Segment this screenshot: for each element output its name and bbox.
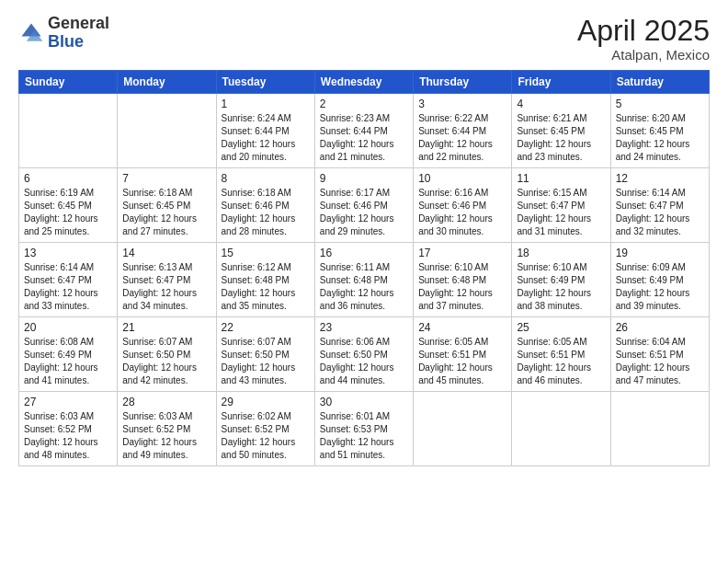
daylight-text: Daylight: 12 hours and 44 minutes. [320,362,408,387]
calendar-weekday: Wednesday [314,71,413,94]
day-info: Sunrise: 6:19 AMSunset: 6:45 PMDaylight:… [24,187,112,238]
day-info: Sunrise: 6:23 AMSunset: 6:44 PMDaylight:… [320,112,408,164]
day-info: Sunrise: 6:12 AMSunset: 6:48 PMDaylight:… [222,261,310,313]
sunset-text: Sunset: 6:47 PM [122,274,210,287]
calendar-week-row: 27Sunrise: 6:03 AMSunset: 6:52 PMDayligh… [19,392,710,466]
day-info: Sunrise: 6:18 AMSunset: 6:46 PMDaylight:… [222,187,310,238]
day-number: 8 [222,172,310,185]
calendar-cell: 22Sunrise: 6:07 AMSunset: 6:50 PMDayligh… [216,317,314,392]
day-info: Sunrise: 6:24 AMSunset: 6:44 PMDaylight:… [222,112,310,164]
day-number: 10 [418,172,506,185]
sunrise-text: Sunrise: 6:20 AM [616,112,704,125]
day-number: 6 [24,172,112,185]
sunset-text: Sunset: 6:51 PM [517,349,605,362]
day-info: Sunrise: 6:18 AMSunset: 6:45 PMDaylight:… [122,187,210,238]
day-info: Sunrise: 6:03 AMSunset: 6:52 PMDaylight:… [24,410,112,462]
calendar-cell: 19Sunrise: 6:09 AMSunset: 6:49 PMDayligh… [610,243,709,317]
calendar-cell: 28Sunrise: 6:03 AMSunset: 6:52 PMDayligh… [118,392,216,466]
day-info: Sunrise: 6:06 AMSunset: 6:50 PMDaylight:… [320,336,408,387]
sunrise-text: Sunrise: 6:24 AM [222,112,310,125]
calendar-cell: 12Sunrise: 6:14 AMSunset: 6:47 PMDayligh… [610,168,709,243]
day-number: 2 [320,98,408,110]
sunrise-text: Sunrise: 6:05 AM [418,336,506,349]
sunrise-text: Sunrise: 6:14 AM [616,187,704,200]
day-number: 19 [616,247,704,259]
calendar-cell: 6Sunrise: 6:19 AMSunset: 6:45 PMDaylight… [19,168,118,243]
day-info: Sunrise: 6:13 AMSunset: 6:47 PMDaylight:… [122,261,210,313]
sunset-text: Sunset: 6:47 PM [517,200,605,213]
sunrise-text: Sunrise: 6:19 AM [24,187,112,200]
day-number: 28 [122,396,210,408]
daylight-text: Daylight: 12 hours and 33 minutes. [24,287,112,313]
day-number: 13 [24,247,112,259]
daylight-text: Daylight: 12 hours and 50 minutes. [222,436,310,462]
calendar-cell: 20Sunrise: 6:08 AMSunset: 6:49 PMDayligh… [19,317,118,392]
sunset-text: Sunset: 6:52 PM [24,423,112,436]
day-number: 24 [418,321,506,334]
calendar-week-row: 6Sunrise: 6:19 AMSunset: 6:45 PMDaylight… [19,168,710,243]
day-info: Sunrise: 6:20 AMSunset: 6:45 PMDaylight:… [616,112,704,164]
sunrise-text: Sunrise: 6:08 AM [24,336,112,349]
calendar-table: SundayMondayTuesdayWednesdayThursdayFrid… [18,70,710,466]
day-number: 7 [122,172,210,185]
daylight-text: Daylight: 12 hours and 42 minutes. [122,362,210,387]
calendar-weekday: Friday [512,71,610,94]
day-number: 18 [517,247,605,259]
day-number: 1 [222,98,310,110]
sunrise-text: Sunrise: 6:06 AM [320,336,408,349]
day-number: 16 [320,247,408,259]
calendar-weekday: Sunday [19,71,118,94]
calendar-cell: 21Sunrise: 6:07 AMSunset: 6:50 PMDayligh… [118,317,216,392]
calendar-cell: 9Sunrise: 6:17 AMSunset: 6:46 PMDaylight… [314,168,413,243]
daylight-text: Daylight: 12 hours and 20 minutes. [222,138,310,164]
daylight-text: Daylight: 12 hours and 51 minutes. [320,436,408,462]
calendar-cell: 17Sunrise: 6:10 AMSunset: 6:48 PMDayligh… [414,243,512,317]
daylight-text: Daylight: 12 hours and 37 minutes. [418,287,506,313]
calendar-cell: 1Sunrise: 6:24 AMSunset: 6:44 PMDaylight… [216,94,314,168]
sunrise-text: Sunrise: 6:04 AM [616,336,704,349]
sunset-text: Sunset: 6:49 PM [616,274,704,287]
day-info: Sunrise: 6:10 AMSunset: 6:49 PMDaylight:… [517,261,605,313]
sunrise-text: Sunrise: 6:03 AM [24,410,112,423]
daylight-text: Daylight: 12 hours and 36 minutes. [320,287,408,313]
title-block: April 2025 Atalpan, Mexico [577,15,710,63]
daylight-text: Daylight: 12 hours and 48 minutes. [24,436,112,462]
sunrise-text: Sunrise: 6:10 AM [418,261,506,274]
calendar-cell: 23Sunrise: 6:06 AMSunset: 6:50 PMDayligh… [314,317,413,392]
day-info: Sunrise: 6:07 AMSunset: 6:50 PMDaylight:… [222,336,310,387]
daylight-text: Daylight: 12 hours and 31 minutes. [517,213,605,238]
day-info: Sunrise: 6:01 AMSunset: 6:53 PMDaylight:… [320,410,408,462]
day-info: Sunrise: 6:08 AMSunset: 6:49 PMDaylight:… [24,336,112,387]
sunset-text: Sunset: 6:50 PM [222,349,310,362]
sunset-text: Sunset: 6:48 PM [320,274,408,287]
day-info: Sunrise: 6:17 AMSunset: 6:46 PMDaylight:… [320,187,408,238]
daylight-text: Daylight: 12 hours and 38 minutes. [517,287,605,313]
calendar-cell: 16Sunrise: 6:11 AMSunset: 6:48 PMDayligh… [314,243,413,317]
sunset-text: Sunset: 6:47 PM [616,200,704,213]
day-number: 9 [320,172,408,185]
sunset-text: Sunset: 6:46 PM [418,200,506,213]
day-info: Sunrise: 6:16 AMSunset: 6:46 PMDaylight:… [418,187,506,238]
day-info: Sunrise: 6:11 AMSunset: 6:48 PMDaylight:… [320,261,408,313]
day-info: Sunrise: 6:03 AMSunset: 6:52 PMDaylight:… [122,410,210,462]
day-number: 27 [24,396,112,408]
sunrise-text: Sunrise: 6:23 AM [320,112,408,125]
sunrise-text: Sunrise: 6:12 AM [222,261,310,274]
daylight-text: Daylight: 12 hours and 49 minutes. [122,436,210,462]
calendar-cell: 7Sunrise: 6:18 AMSunset: 6:45 PMDaylight… [118,168,216,243]
sunrise-text: Sunrise: 6:14 AM [24,261,112,274]
day-number: 4 [517,98,605,110]
calendar-cell: 3Sunrise: 6:22 AMSunset: 6:44 PMDaylight… [414,94,512,168]
calendar-cell: 18Sunrise: 6:10 AMSunset: 6:49 PMDayligh… [512,243,610,317]
calendar-week-row: 1Sunrise: 6:24 AMSunset: 6:44 PMDaylight… [19,94,710,168]
header: General Blue April 2025 Atalpan, Mexico [18,15,710,63]
day-info: Sunrise: 6:14 AMSunset: 6:47 PMDaylight:… [24,261,112,313]
logo-general: General [48,15,109,33]
daylight-text: Daylight: 12 hours and 34 minutes. [122,287,210,313]
sunset-text: Sunset: 6:50 PM [122,349,210,362]
sunset-text: Sunset: 6:46 PM [222,200,310,213]
sunrise-text: Sunrise: 6:02 AM [222,410,310,423]
calendar-cell [512,392,610,466]
calendar-cell [19,94,118,168]
calendar-weekday: Tuesday [216,71,314,94]
